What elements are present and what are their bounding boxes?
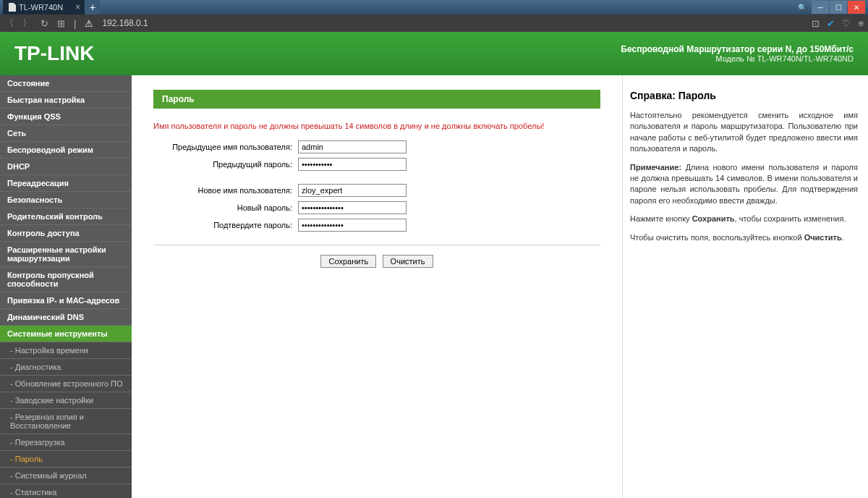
camera-icon[interactable]: ⊡ — [812, 18, 820, 29]
help-p1: Настоятельно рекомендуется сменить исход… — [630, 110, 858, 155]
sidebar-item-10[interactable]: Расширенные настройки маршрутизации — [0, 242, 132, 267]
warning-icon[interactable]: ⚠ — [85, 18, 93, 29]
search-icon[interactable]: 🔍 — [793, 1, 811, 14]
sidebar-item-14[interactable]: Системные инструменты — [0, 326, 132, 342]
sidebar-item-3[interactable]: Сеть — [0, 125, 132, 142]
window-minimize-button[interactable]: ─ — [812, 1, 829, 14]
product-title: Беспроводной Маршрутизатор серии N, до 1… — [621, 44, 854, 54]
sidebar-item-21[interactable]: - Пароль — [0, 451, 132, 468]
tab-title: TL-WR740N — [19, 3, 63, 12]
sidebar: СостояниеБыстрая настройкаФункция QSSСет… — [0, 75, 132, 498]
old-pass-input[interactable] — [298, 158, 407, 171]
sidebar-item-17[interactable]: - Обновление встроенного ПО — [0, 376, 132, 392]
model-number: Модель № TL-WR740N/TL-WR740ND — [621, 54, 854, 63]
help-p2: Примечание: Длина нового имени пользоват… — [630, 162, 858, 207]
save-button[interactable]: Сохранить — [320, 255, 376, 268]
new-tab-button[interactable]: + — [85, 0, 100, 14]
sidebar-item-19[interactable]: - Резервная копия и Восстановление — [0, 409, 132, 434]
sidebar-item-7[interactable]: Безопасность — [0, 192, 132, 208]
confirm-pass-input[interactable] — [298, 219, 407, 232]
sidebar-item-2[interactable]: Функция QSS — [0, 109, 132, 125]
logo: TP-LINK — [14, 42, 94, 65]
sidebar-item-20[interactable]: - Перезагрузка — [0, 434, 132, 451]
sidebar-item-15[interactable]: - Настройка времени — [0, 342, 132, 359]
old-user-label: Предыдущее имя пользователя: — [153, 143, 298, 151]
new-pass-label: Новый пароль: — [153, 203, 298, 212]
page-title: Пароль — [153, 90, 600, 109]
sidebar-item-18[interactable]: - Заводские настройки — [0, 392, 132, 409]
reload-icon[interactable]: ↻ — [41, 18, 48, 29]
old-pass-label: Предыдущий пароль: — [153, 160, 298, 169]
heart-icon[interactable]: ♡ — [842, 18, 851, 29]
sidebar-item-22[interactable]: - Системный журнал — [0, 468, 132, 484]
tab-close-icon[interactable]: × — [75, 2, 80, 12]
sidebar-item-9[interactable]: Контроль доступа — [0, 225, 132, 242]
confirm-pass-label: Подтвердите пароль: — [153, 221, 298, 229]
page-icon — [9, 3, 16, 12]
new-pass-input[interactable] — [298, 201, 407, 214]
shield-icon[interactable]: ✔ — [827, 18, 835, 29]
window-maximize-button[interactable]: ☐ — [830, 1, 847, 14]
clear-button[interactable]: Очистить — [383, 255, 433, 268]
window-close-button[interactable]: ✕ — [848, 1, 865, 14]
new-user-input[interactable] — [298, 184, 407, 197]
sidebar-item-4[interactable]: Беспроводной режим — [0, 142, 132, 159]
router-header: TP-LINK Беспроводной Маршрутизатор серии… — [0, 32, 868, 75]
menu-icon[interactable]: ≡ — [858, 18, 864, 29]
sidebar-item-8[interactable]: Родительский контроль — [0, 208, 132, 225]
forward-icon[interactable]: 〉 — [22, 17, 32, 30]
back-icon[interactable]: 〈 — [4, 17, 14, 30]
main-form: Пароль Имя пользователя и пароль не долж… — [132, 75, 622, 498]
url-text[interactable]: 192.168.0.1 — [102, 18, 803, 28]
help-p3: Нажмите кнопку Сохранить, чтобы сохранит… — [630, 214, 858, 224]
new-user-label: Новое имя пользователя: — [153, 186, 298, 195]
sidebar-item-16[interactable]: - Диагностика — [0, 359, 132, 376]
sidebar-item-13[interactable]: Динамический DNS — [0, 309, 132, 326]
sidebar-item-12[interactable]: Привязка IP- и МАС-адресов — [0, 292, 132, 309]
browser-addressbar: 〈 〉 ↻ ⊞ | ⚠ 192.168.0.1 ⊡ ✔ ♡ ≡ — [0, 14, 868, 32]
old-user-input[interactable] — [298, 140, 407, 153]
browser-tab[interactable]: TL-WR740N × — [3, 0, 85, 14]
warning-text: Имя пользователя и пароль не должны прев… — [153, 122, 600, 130]
sidebar-item-5[interactable]: DHCP — [0, 159, 132, 175]
sidebar-item-6[interactable]: Переадресация — [0, 175, 132, 192]
grid-icon[interactable]: ⊞ — [57, 18, 65, 29]
help-title: Справка: Пароль — [630, 90, 858, 101]
browser-titlebar: TL-WR740N × + 🔍 ─ ☐ ✕ — [0, 0, 868, 14]
help-p4: Чтобы очистить поля, воспользуйтесь кноп… — [630, 232, 858, 243]
help-panel: Справка: Пароль Настоятельно рекомендует… — [622, 75, 868, 498]
sidebar-item-23[interactable]: - Статистика — [0, 484, 132, 498]
divider — [153, 245, 600, 245]
sidebar-item-11[interactable]: Контроль пропускной способности — [0, 267, 132, 292]
sidebar-item-0[interactable]: Состояние — [0, 75, 132, 92]
divider: | — [74, 18, 76, 29]
sidebar-item-1[interactable]: Быстрая настройка — [0, 92, 132, 109]
